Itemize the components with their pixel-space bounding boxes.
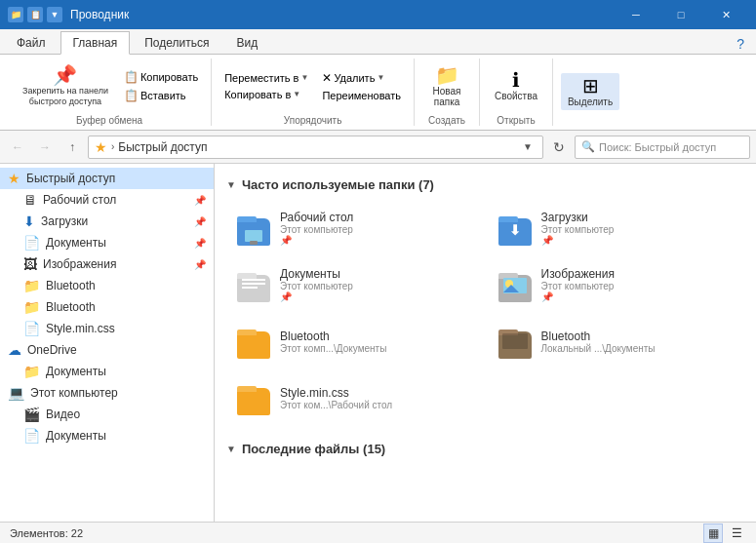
select-all-icon: ⊞ — [582, 76, 599, 96]
folder-item-bluetooth-1[interactable]: Bluetooth Этот комп...\Документы — [226, 315, 484, 368]
bluetooth-1-folder-path: Этот комп...\Документы — [280, 343, 386, 354]
bluetooth-2-folder-path: Локальный ...\Документы — [541, 343, 656, 354]
paste-label: Вставить — [140, 90, 186, 101]
downloads-folder-details: Загрузки Этот компьютер 📌 — [541, 211, 615, 246]
address-input[interactable]: ★ › Быстрый доступ ▼ — [88, 136, 543, 159]
sidebar-item-downloads[interactable]: ⬇ Загрузки 📌 — [0, 211, 214, 232]
images-icon: 🖼 — [23, 256, 37, 272]
grid-view-button[interactable]: ▦ — [703, 524, 723, 543]
tab-file[interactable]: Файл — [4, 31, 59, 54]
window-controls: ─ □ ✕ — [614, 0, 748, 29]
move-to-label: Переместить в — [224, 72, 298, 84]
status-bar: Элементов: 22 ▦ ☰ — [0, 522, 756, 543]
desktop-folder-pin: 📌 — [280, 235, 353, 246]
search-box[interactable]: 🔍 Поиск: Быстрый доступ — [575, 136, 750, 159]
sidebar-item-pc-documents[interactable]: 📄 Документы — [0, 425, 214, 446]
style-css-folder-details: Style.min.css Этот ком...\Рабочий стол — [280, 386, 392, 410]
documents-folder-name: Документы — [280, 267, 353, 281]
address-text: Быстрый доступ — [118, 140, 207, 154]
sidebar-item-quick-access[interactable]: ★ Быстрый доступ — [0, 168, 214, 189]
tab-share[interactable]: Поделиться — [132, 31, 221, 54]
tab-home[interactable]: Главная — [60, 31, 131, 55]
recent-files-header[interactable]: ▼ Последние файлы (15) — [226, 436, 744, 462]
copy-to-label: Копировать в — [224, 89, 291, 100]
images-pin-indicator: 📌 — [194, 259, 206, 270]
address-bar: ← → ↑ ★ › Быстрый доступ ▼ ↻ 🔍 Поиск: Бы… — [0, 131, 756, 164]
sidebar-item-onedrive[interactable]: ☁ OneDrive — [0, 339, 214, 361]
new-group-content: 📁 Новаяпапка — [422, 58, 471, 113]
quick-access-star-icon: ★ — [95, 139, 107, 155]
folder-item-documents[interactable]: Документы Этот компьютер 📌 — [226, 258, 484, 311]
minimize-button[interactable]: ─ — [614, 0, 658, 29]
address-dropdown-icon[interactable]: ▼ — [519, 141, 537, 152]
pin-button[interactable]: 📌 Закрепить на панелибыстрого доступа — [16, 62, 115, 110]
desktop-icon: 🖥 — [23, 192, 37, 208]
clipboard-group-content: 📌 Закрепить на панелибыстрого доступа 📋 … — [16, 58, 203, 113]
rename-button[interactable]: Переименовать — [317, 88, 406, 103]
sidebar-quick-access-label: Быстрый доступ — [26, 172, 115, 185]
window-title: Проводник — [70, 8, 614, 21]
open-group-content: ℹ Свойства — [488, 58, 544, 113]
sidebar-item-images[interactable]: 🖼 Изображения 📌 — [0, 253, 214, 275]
frequent-folders-header[interactable]: ▼ Часто используемые папки (7) — [226, 172, 744, 198]
forward-button[interactable]: → — [33, 136, 57, 159]
up-button[interactable]: ↑ — [60, 136, 84, 159]
delete-button[interactable]: ✕ Удалить ▼ — [317, 69, 406, 87]
refresh-button[interactable]: ↻ — [547, 136, 571, 159]
close-button[interactable]: ✕ — [703, 0, 748, 29]
help-button[interactable]: ? — [729, 34, 752, 54]
copy-to-arrow: ▼ — [293, 90, 300, 98]
folder-item-downloads[interactable]: ⬇ Загрузки Этот компьютер 📌 — [488, 202, 745, 254]
paste-button[interactable]: 📋 Вставить — [119, 87, 203, 104]
desktop-folder-path: Этот компьютер — [280, 224, 353, 235]
folder-item-images[interactable]: Изображения Этот компьютер 📌 — [488, 258, 745, 311]
properties-label: Свойства — [495, 91, 537, 101]
downloads-pin-indicator: 📌 — [194, 216, 206, 227]
copy-to-button[interactable]: Копировать в ▼ — [219, 87, 313, 102]
app-icon-3: ▼ — [47, 7, 62, 22]
folder-item-desktop[interactable]: Рабочий стол Этот компьютер 📌 — [226, 202, 484, 254]
bluetooth-2-folder-details: Bluetooth Локальный ...\Документы — [541, 330, 656, 354]
pc-documents-icon: 📄 — [23, 428, 40, 444]
sidebar-item-desktop[interactable]: 🖥 Рабочий стол 📌 — [0, 189, 214, 211]
properties-button[interactable]: ℹ Свойства — [488, 67, 544, 104]
sidebar-item-video[interactable]: 🎬 Видео — [0, 404, 214, 425]
maximize-button[interactable]: □ — [658, 0, 703, 29]
folder-item-style-css[interactable]: Style.min.css Этот ком...\Рабочий стол — [226, 371, 484, 424]
copy-button[interactable]: 📋 Копировать — [119, 68, 203, 86]
sidebar-item-style-css[interactable]: 📄 Style.min.css — [0, 318, 214, 339]
sidebar-style-css-label: Style.min.css — [46, 322, 115, 335]
downloads-folder-path: Этот компьютер — [541, 224, 615, 235]
sidebar-item-bluetooth-2[interactable]: 📁 Bluetooth — [0, 296, 214, 318]
view-controls: ▦ ☰ — [703, 524, 746, 543]
sidebar-item-this-pc[interactable]: 💻 Этот компьютер — [0, 382, 214, 404]
select-all-button[interactable]: ⊞ Выделить — [561, 73, 619, 110]
list-view-button[interactable]: ☰ — [727, 524, 746, 543]
video-icon: 🎬 — [23, 407, 40, 422]
new-folder-button[interactable]: 📁 Новаяпапка — [422, 62, 471, 110]
sidebar-bluetooth-2-label: Bluetooth — [46, 300, 96, 314]
new-folder-label: Новаяпапка — [433, 86, 461, 107]
ribbon-toolbar: 📌 Закрепить на панелибыстрого доступа 📋 … — [0, 55, 756, 131]
app-icon-1: 📁 — [8, 7, 23, 22]
select-all-label: Выделить — [568, 97, 613, 107]
tab-view[interactable]: Вид — [223, 31, 270, 54]
sidebar-item-onedrive-docs[interactable]: 📁 Документы — [0, 361, 214, 382]
this-pc-icon: 💻 — [8, 385, 24, 401]
open-label: Открыть — [497, 115, 535, 126]
pin-icon: 📌 — [53, 65, 77, 85]
onedrive-icon: ☁ — [8, 342, 21, 358]
sidebar-item-documents[interactable]: 📄 Документы 📌 — [0, 232, 214, 253]
delete-label: Удалить — [334, 72, 375, 84]
title-bar-icons: 📁 📋 ▼ — [8, 7, 62, 22]
ribbon-tabs: Файл Главная Поделиться Вид ? — [0, 29, 756, 55]
clipboard-group: 📌 Закрепить на панелибыстрого доступа 📋 … — [8, 58, 212, 126]
move-to-button[interactable]: Переместить в ▼ — [219, 70, 313, 86]
sidebar-this-pc-label: Этот компьютер — [30, 386, 118, 400]
sidebar-item-bluetooth-1[interactable]: 📁 Bluetooth — [0, 275, 214, 296]
folder-item-bluetooth-2[interactable]: Bluetooth Локальный ...\Документы — [488, 315, 745, 368]
back-button[interactable]: ← — [6, 136, 29, 159]
title-bar: 📁 📋 ▼ Проводник ─ □ ✕ — [0, 0, 756, 29]
images-folder-details: Изображения Этот компьютер 📌 — [541, 267, 615, 302]
select-group-content: ⊞ Выделить — [561, 58, 619, 124]
